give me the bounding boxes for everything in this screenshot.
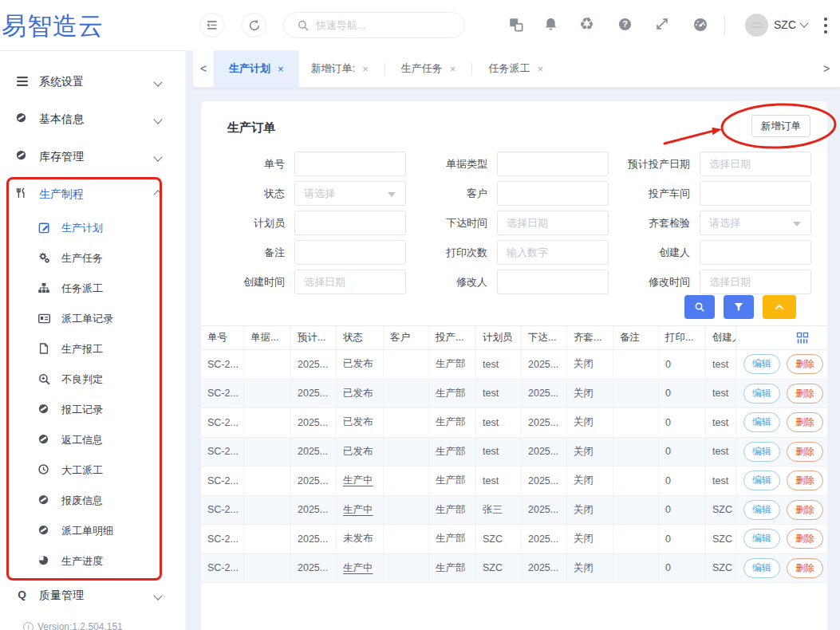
username[interactable]: SZC — [774, 18, 796, 31]
avatar[interactable] — [745, 14, 768, 37]
cell: test — [476, 408, 522, 437]
齐套检验-select[interactable]: 请选择 — [700, 211, 811, 235]
edit-button[interactable]: 编辑 — [743, 354, 780, 374]
app-logo: 易智造云 — [2, 10, 104, 43]
投产车间-input[interactable] — [700, 181, 811, 206]
edit-button[interactable]: 编辑 — [743, 500, 780, 520]
tab-新增订单:[interactable]: 新增订单:× — [299, 50, 381, 88]
cell — [613, 380, 659, 408]
cell: 2025... — [522, 467, 567, 495]
col-header[interactable]: 投产... — [429, 326, 476, 349]
delete-button[interactable]: 删除 — [787, 442, 823, 462]
cell: 生产部 — [429, 554, 476, 583]
tab-生产任务[interactable]: 生产任务× — [389, 50, 468, 88]
col-header[interactable]: 下达... — [522, 326, 567, 349]
sidebar-item-2[interactable]: 库存管理 — [0, 138, 185, 175]
cell: 关闭 — [567, 438, 613, 467]
form-field-下达时间: 下达时间选择日期 — [406, 211, 609, 235]
form-field-单据类型: 单据类型 — [406, 152, 609, 176]
add-order-button[interactable]: 新增订单 — [751, 115, 810, 137]
sidebar-collapse-button[interactable] — [199, 13, 224, 37]
delete-button[interactable]: 删除 — [787, 529, 823, 549]
edit-button[interactable]: 编辑 — [743, 384, 780, 404]
cell — [384, 467, 429, 495]
svg-text:?: ? — [622, 19, 628, 29]
divider — [724, 16, 725, 35]
close-icon[interactable]: × — [450, 63, 456, 75]
col-header[interactable]: 创建人 — [706, 326, 736, 349]
delete-button[interactable]: 删除 — [787, 354, 823, 374]
单据类型-input[interactable] — [497, 152, 609, 176]
col-header[interactable]: 齐套... — [567, 326, 613, 349]
edit-button[interactable]: 编辑 — [743, 442, 780, 462]
delete-button[interactable]: 删除 — [787, 500, 823, 520]
search-button[interactable] — [684, 295, 715, 319]
filter-button[interactable] — [724, 295, 754, 319]
col-header[interactable]: 单号 — [201, 326, 244, 349]
delete-button[interactable]: 删除 — [787, 471, 823, 490]
修改时间-date[interactable]: 选择日期 — [700, 270, 811, 294]
预计投产日期-date[interactable]: 选择日期 — [700, 152, 811, 176]
expand-icon[interactable] — [655, 17, 672, 33]
windows-icon[interactable] — [508, 17, 525, 33]
单号-input[interactable] — [294, 152, 406, 176]
close-icon[interactable]: × — [537, 63, 543, 75]
column-settings-icon[interactable] — [795, 331, 810, 345]
cell: 关闭 — [567, 467, 613, 495]
cell: test — [476, 467, 522, 495]
quick-nav-search[interactable]: 快速导航... — [283, 12, 465, 38]
创建人-input[interactable] — [700, 240, 811, 265]
修改人-input[interactable] — [497, 270, 609, 294]
refresh-button[interactable] — [242, 13, 266, 37]
cell: test — [706, 408, 736, 437]
edit-button[interactable]: 编辑 — [743, 412, 780, 432]
table-row: SC-2...2025...生产中生产部test2025...关闭0test编辑… — [201, 467, 827, 496]
close-icon[interactable]: × — [278, 63, 284, 75]
col-header[interactable]: 单据... — [244, 326, 291, 349]
close-icon[interactable]: × — [362, 63, 369, 75]
创建时间-date[interactable]: 选择日期 — [294, 270, 406, 294]
tabs-scroll-right[interactable]: > — [816, 62, 837, 75]
delete-button[interactable]: 删除 — [787, 412, 823, 432]
bell-icon[interactable] — [543, 17, 560, 33]
cell: 2025... — [291, 525, 337, 553]
tab-separator — [385, 63, 385, 75]
col-header[interactable]: 预计... — [291, 326, 337, 349]
打印次数-number[interactable]: 输入数字 — [497, 240, 609, 265]
状态-select[interactable]: 请选择 — [294, 181, 406, 206]
col-header[interactable]: 打印... — [659, 326, 706, 349]
dashboard-icon[interactable] — [692, 17, 709, 33]
edit-button[interactable]: 编辑 — [743, 471, 780, 490]
cell: 2025... — [291, 438, 337, 467]
计划员-input[interactable] — [294, 211, 406, 235]
table-row: SC-2...2025...生产中生产部SZC2025...关闭0SZC编辑删除 — [201, 554, 827, 584]
tab-生产计划[interactable]: 生产计划× — [214, 50, 299, 88]
cell: 0 — [659, 438, 706, 467]
sidebar-item-0[interactable]: 系统设置 — [0, 63, 185, 100]
cell: test — [706, 380, 736, 408]
cell: 生产部 — [429, 408, 476, 437]
sidebar-item-4[interactable]: Q质量管理 — [0, 577, 185, 614]
edit-button[interactable]: 编辑 — [743, 558, 780, 578]
delete-button[interactable]: 删除 — [787, 558, 823, 578]
edit-button[interactable]: 编辑 — [743, 529, 780, 549]
客户-input[interactable] — [497, 181, 609, 206]
cell — [244, 438, 291, 467]
col-header[interactable]: 客户 — [384, 326, 429, 349]
col-header[interactable]: 状态 — [337, 326, 384, 349]
备注-input[interactable] — [294, 240, 406, 265]
col-header[interactable]: 计划员 — [476, 326, 522, 349]
col-header[interactable]: 备注 — [613, 326, 659, 349]
delete-button[interactable]: 删除 — [787, 384, 823, 404]
cell: 2025... — [522, 438, 567, 467]
collapse-form-button[interactable] — [763, 295, 796, 319]
sidebar-item-1[interactable]: 基本信息 — [0, 100, 185, 138]
chevron-down-icon[interactable] — [799, 18, 808, 27]
下达时间-date[interactable]: 选择日期 — [497, 211, 609, 235]
tabs-scroll-left[interactable]: < — [193, 62, 214, 75]
cell: 张三 — [476, 496, 522, 525]
recycle-icon[interactable]: ♻ — [579, 17, 596, 33]
help-icon[interactable]: ? — [617, 17, 634, 33]
tab-任务派工[interactable]: 任务派工× — [476, 50, 555, 88]
more-menu-icon[interactable] — [824, 18, 827, 33]
